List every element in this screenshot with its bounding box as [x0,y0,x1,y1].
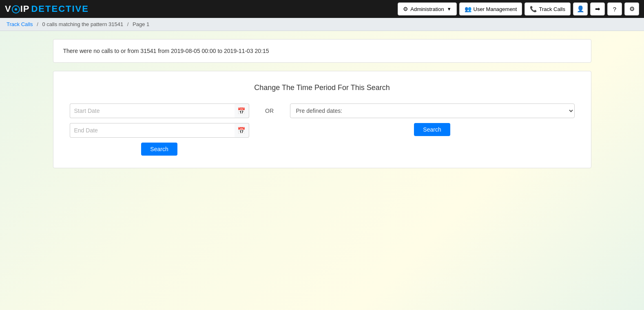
end-date-row: 📅 [70,123,249,138]
search-form-grid: 📅 📅 Search OR Pre [70,103,575,156]
left-search-btn-row: Search [70,143,249,156]
brand-logo: VIP DETECTIVE [5,4,89,14]
track-calls-button[interactable]: 📞 Track Calls [524,2,571,15]
help-button[interactable]: ? [607,2,622,15]
start-date-row: 📅 [70,103,249,118]
end-date-input[interactable] [70,123,235,138]
predefined-dates-section: Pre defined dates:TodayYesterdayLast 7 d… [290,103,575,136]
or-label: OR [265,108,274,114]
gear-icon: ⚙ [403,6,408,12]
export-button[interactable]: ➡ [590,2,605,15]
settings-button[interactable]: ⚙ [624,2,639,15]
breadcrumb-pattern-text: 0 calls matching the pattern 31541 [42,21,123,27]
end-date-calendar-button[interactable]: 📅 [235,123,249,138]
navbar: VIP DETECTIVE ⚙ Administration ▼ 👥 User … [0,0,644,18]
or-divider: OR [257,103,282,114]
users-icon: 👥 [465,6,471,12]
track-calls-label: Track Calls [539,6,565,12]
chevron-down-icon: ▼ [447,7,451,11]
profile-button[interactable]: 👤 [573,2,588,15]
search-panel: Change The Time Period For This Search 📅… [53,71,591,168]
navbar-right: ⚙ Administration ▼ 👥 User Management 📞 T… [398,2,639,15]
info-box: There were no calls to or from 31541 fro… [53,39,591,63]
breadcrumb-page-text: Page 1 [133,21,149,27]
calendar-icon-end: 📅 [237,127,246,134]
brand-detective-text: DETECTIVE [31,4,89,14]
main-content: There were no calls to or from 31541 fro… [37,31,608,176]
breadcrumb-sep-1: / [37,21,38,27]
administration-button[interactable]: ⚙ Administration ▼ [398,2,456,15]
date-inputs-section: 📅 📅 Search [70,103,249,156]
search-panel-title: Change The Time Period For This Search [70,84,575,92]
calendar-icon: 📅 [237,107,246,115]
left-search-button[interactable]: Search [141,143,177,156]
phone-icon: 📞 [530,6,537,12]
start-date-input[interactable] [70,103,235,118]
settings-icon: ⚙ [629,5,635,13]
administration-label: Administration [410,6,444,12]
right-search-button[interactable]: Search [414,123,450,136]
brand-voip-text: VIP [5,4,29,14]
export-icon: ➡ [595,5,600,13]
breadcrumb-track-calls-link[interactable]: Track Calls [7,21,33,27]
predefined-dates-select[interactable]: Pre defined dates:TodayYesterdayLast 7 d… [290,103,575,118]
question-icon: ? [613,6,616,13]
user-management-button[interactable]: 👥 User Management [459,2,522,15]
no-calls-message: There were no calls to or from 31541 fro… [63,48,269,54]
person-icon: 👤 [577,5,584,13]
start-date-calendar-button[interactable]: 📅 [235,103,249,118]
voip-o-icon [12,5,20,13]
breadcrumb-sep-2: / [127,21,129,27]
right-search-btn-row: Search [290,123,575,136]
user-management-label: User Management [474,6,517,12]
breadcrumb-bar: Track Calls / 0 calls matching the patte… [0,18,644,31]
